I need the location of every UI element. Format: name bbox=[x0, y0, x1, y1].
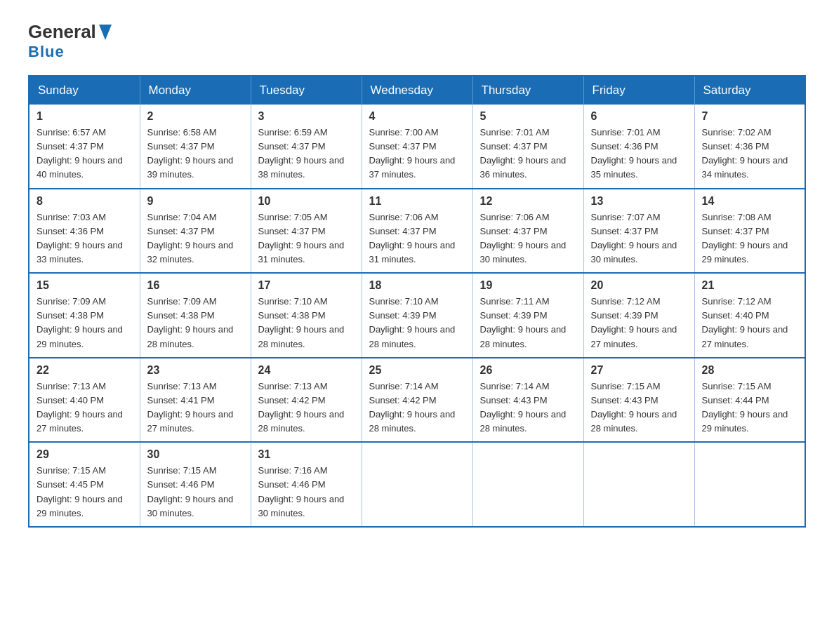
day-number: 23 bbox=[147, 364, 244, 377]
day-info: Sunrise: 7:13 AMSunset: 4:40 PMDaylight:… bbox=[37, 380, 133, 436]
day-info: Sunrise: 7:11 AMSunset: 4:39 PMDaylight:… bbox=[480, 295, 576, 351]
calendar-week-row: 22Sunrise: 7:13 AMSunset: 4:40 PMDayligh… bbox=[29, 358, 805, 443]
day-info: Sunrise: 7:03 AMSunset: 4:36 PMDaylight:… bbox=[37, 210, 133, 267]
calendar-header-thursday: Thursday bbox=[472, 76, 583, 105]
day-info: Sunrise: 7:06 AMSunset: 4:37 PMDaylight:… bbox=[480, 210, 576, 267]
calendar-cell: 21Sunrise: 7:12 AMSunset: 4:40 PMDayligh… bbox=[694, 273, 805, 358]
calendar-table: SundayMondayTuesdayWednesdayThursdayFrid… bbox=[28, 75, 806, 528]
day-info: Sunrise: 7:04 AMSunset: 4:37 PMDaylight:… bbox=[147, 210, 244, 267]
calendar-header-friday: Friday bbox=[583, 76, 694, 105]
calendar-cell: 29Sunrise: 7:15 AMSunset: 4:45 PMDayligh… bbox=[29, 442, 140, 527]
calendar-cell: 9Sunrise: 7:04 AMSunset: 4:37 PMDaylight… bbox=[140, 189, 251, 274]
calendar-cell: 16Sunrise: 7:09 AMSunset: 4:38 PMDayligh… bbox=[140, 273, 251, 358]
calendar-cell: 13Sunrise: 7:07 AMSunset: 4:37 PMDayligh… bbox=[583, 189, 694, 274]
calendar-header-monday: Monday bbox=[140, 76, 251, 105]
day-number: 26 bbox=[480, 364, 576, 377]
day-info: Sunrise: 7:12 AMSunset: 4:39 PMDaylight:… bbox=[591, 295, 687, 351]
day-number: 3 bbox=[258, 110, 355, 123]
day-info: Sunrise: 6:58 AMSunset: 4:37 PMDaylight:… bbox=[147, 126, 244, 182]
day-info: Sunrise: 7:05 AMSunset: 4:37 PMDaylight:… bbox=[258, 210, 355, 267]
calendar-cell: 4Sunrise: 7:00 AMSunset: 4:37 PMDaylight… bbox=[362, 105, 472, 189]
calendar-header-sunday: Sunday bbox=[29, 76, 140, 105]
calendar-header-tuesday: Tuesday bbox=[251, 76, 362, 105]
day-number: 29 bbox=[37, 448, 133, 461]
logo-general-text: General bbox=[28, 21, 96, 43]
calendar-cell: 15Sunrise: 7:09 AMSunset: 4:38 PMDayligh… bbox=[29, 273, 140, 358]
logo-arrow-icon bbox=[99, 25, 112, 40]
day-info: Sunrise: 7:01 AMSunset: 4:37 PMDaylight:… bbox=[480, 126, 576, 182]
day-info: Sunrise: 7:14 AMSunset: 4:43 PMDaylight:… bbox=[480, 380, 576, 436]
day-number: 30 bbox=[147, 448, 244, 461]
day-number: 11 bbox=[369, 195, 465, 208]
day-number: 25 bbox=[369, 364, 465, 377]
day-info: Sunrise: 7:16 AMSunset: 4:46 PMDaylight:… bbox=[258, 464, 355, 521]
day-number: 24 bbox=[258, 364, 355, 377]
day-number: 2 bbox=[147, 110, 244, 123]
day-info: Sunrise: 7:07 AMSunset: 4:37 PMDaylight:… bbox=[591, 210, 687, 267]
day-number: 20 bbox=[591, 279, 687, 292]
calendar-cell bbox=[362, 442, 472, 527]
calendar-cell bbox=[472, 442, 583, 527]
day-info: Sunrise: 7:13 AMSunset: 4:41 PMDaylight:… bbox=[147, 380, 244, 436]
day-number: 22 bbox=[37, 364, 133, 377]
day-info: Sunrise: 7:15 AMSunset: 4:43 PMDaylight:… bbox=[591, 380, 687, 436]
day-info: Sunrise: 7:09 AMSunset: 4:38 PMDaylight:… bbox=[37, 295, 133, 351]
day-number: 5 bbox=[480, 110, 576, 123]
day-info: Sunrise: 6:57 AMSunset: 4:37 PMDaylight:… bbox=[37, 126, 133, 182]
calendar-cell: 22Sunrise: 7:13 AMSunset: 4:40 PMDayligh… bbox=[29, 358, 140, 443]
calendar-header-wednesday: Wednesday bbox=[362, 76, 472, 105]
day-info: Sunrise: 7:13 AMSunset: 4:42 PMDaylight:… bbox=[258, 380, 355, 436]
logo-blue-text: Blue bbox=[28, 43, 65, 61]
calendar-week-row: 1Sunrise: 6:57 AMSunset: 4:37 PMDaylight… bbox=[29, 105, 805, 189]
day-info: Sunrise: 7:00 AMSunset: 4:37 PMDaylight:… bbox=[369, 126, 465, 182]
calendar-cell: 3Sunrise: 6:59 AMSunset: 4:37 PMDaylight… bbox=[251, 105, 362, 189]
day-number: 27 bbox=[591, 364, 687, 377]
calendar-cell bbox=[694, 442, 805, 527]
day-info: Sunrise: 7:08 AMSunset: 4:37 PMDaylight:… bbox=[702, 210, 798, 267]
day-number: 4 bbox=[369, 110, 465, 123]
day-number: 6 bbox=[591, 110, 687, 123]
day-number: 19 bbox=[480, 279, 576, 292]
day-info: Sunrise: 7:14 AMSunset: 4:42 PMDaylight:… bbox=[369, 380, 465, 436]
calendar-cell: 5Sunrise: 7:01 AMSunset: 4:37 PMDaylight… bbox=[472, 105, 583, 189]
calendar-header-row: SundayMondayTuesdayWednesdayThursdayFrid… bbox=[29, 76, 805, 105]
day-info: Sunrise: 6:59 AMSunset: 4:37 PMDaylight:… bbox=[258, 126, 355, 182]
calendar-cell: 24Sunrise: 7:13 AMSunset: 4:42 PMDayligh… bbox=[251, 358, 362, 443]
day-number: 21 bbox=[702, 279, 798, 292]
calendar-cell: 10Sunrise: 7:05 AMSunset: 4:37 PMDayligh… bbox=[251, 189, 362, 274]
calendar-cell: 30Sunrise: 7:15 AMSunset: 4:46 PMDayligh… bbox=[140, 442, 251, 527]
day-number: 10 bbox=[258, 195, 355, 208]
day-number: 31 bbox=[258, 448, 355, 461]
calendar-cell: 1Sunrise: 6:57 AMSunset: 4:37 PMDaylight… bbox=[29, 105, 140, 189]
svg-marker-0 bbox=[99, 25, 112, 40]
day-number: 14 bbox=[702, 195, 798, 208]
day-info: Sunrise: 7:09 AMSunset: 4:38 PMDaylight:… bbox=[147, 295, 244, 351]
calendar-cell: 23Sunrise: 7:13 AMSunset: 4:41 PMDayligh… bbox=[140, 358, 251, 443]
calendar-cell: 27Sunrise: 7:15 AMSunset: 4:43 PMDayligh… bbox=[583, 358, 694, 443]
calendar-cell: 12Sunrise: 7:06 AMSunset: 4:37 PMDayligh… bbox=[472, 189, 583, 274]
calendar-cell: 6Sunrise: 7:01 AMSunset: 4:36 PMDaylight… bbox=[583, 105, 694, 189]
day-info: Sunrise: 7:10 AMSunset: 4:38 PMDaylight:… bbox=[258, 295, 355, 351]
calendar-cell: 26Sunrise: 7:14 AMSunset: 4:43 PMDayligh… bbox=[472, 358, 583, 443]
day-info: Sunrise: 7:15 AMSunset: 4:45 PMDaylight:… bbox=[37, 464, 133, 521]
calendar-week-row: 15Sunrise: 7:09 AMSunset: 4:38 PMDayligh… bbox=[29, 273, 805, 358]
logo: General Blue bbox=[28, 21, 112, 61]
calendar-cell: 11Sunrise: 7:06 AMSunset: 4:37 PMDayligh… bbox=[362, 189, 472, 274]
page-header: General Blue bbox=[28, 21, 806, 61]
day-number: 28 bbox=[702, 364, 798, 377]
day-number: 9 bbox=[147, 195, 244, 208]
day-number: 12 bbox=[480, 195, 576, 208]
calendar-cell: 31Sunrise: 7:16 AMSunset: 4:46 PMDayligh… bbox=[251, 442, 362, 527]
day-number: 8 bbox=[37, 195, 133, 208]
calendar-cell bbox=[583, 442, 694, 527]
day-number: 16 bbox=[147, 279, 244, 292]
day-number: 1 bbox=[37, 110, 133, 123]
day-info: Sunrise: 7:15 AMSunset: 4:46 PMDaylight:… bbox=[147, 464, 244, 521]
day-number: 17 bbox=[258, 279, 355, 292]
calendar-cell: 18Sunrise: 7:10 AMSunset: 4:39 PMDayligh… bbox=[362, 273, 472, 358]
day-number: 18 bbox=[369, 279, 465, 292]
day-info: Sunrise: 7:15 AMSunset: 4:44 PMDaylight:… bbox=[702, 380, 798, 436]
day-info: Sunrise: 7:10 AMSunset: 4:39 PMDaylight:… bbox=[369, 295, 465, 351]
day-info: Sunrise: 7:01 AMSunset: 4:36 PMDaylight:… bbox=[591, 126, 687, 182]
calendar-cell: 25Sunrise: 7:14 AMSunset: 4:42 PMDayligh… bbox=[362, 358, 472, 443]
